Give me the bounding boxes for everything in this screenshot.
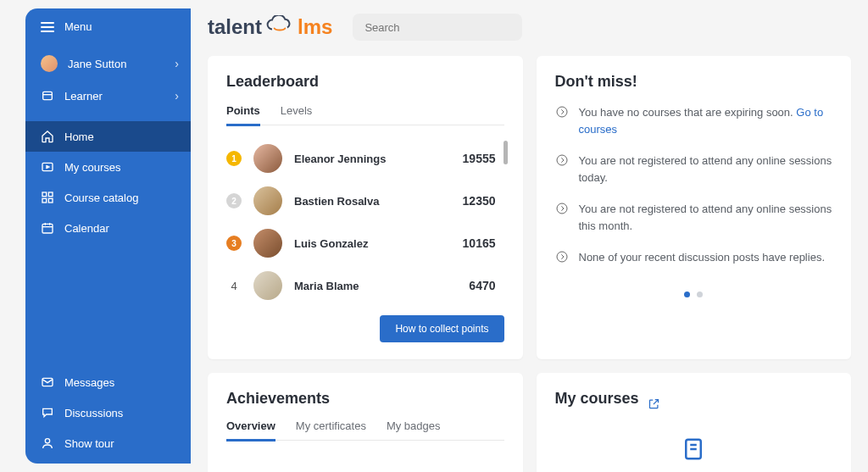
sidebar-item-label: Course catalog <box>64 192 138 204</box>
svg-line-20 <box>653 400 658 405</box>
svg-rect-5 <box>48 192 53 197</box>
sidebar-item-calendar[interactable]: Calendar <box>25 213 191 243</box>
scrollbar[interactable] <box>504 141 508 164</box>
sidebar-item-catalog[interactable]: Course catalog <box>25 182 191 213</box>
list-item: You are not registered to attend any onl… <box>555 153 833 186</box>
sidebar-item-messages[interactable]: Messages <box>25 367 191 397</box>
lb-score: 19555 <box>463 152 496 165</box>
dm-text: You have no courses that are expiring so… <box>579 104 833 137</box>
menu-toggle[interactable]: Menu <box>25 8 191 42</box>
leaderboard-tabs: Points Levels <box>226 104 504 125</box>
lb-score: 10165 <box>463 236 496 250</box>
tab-points[interactable]: Points <box>226 104 260 126</box>
list-item: You have no courses that are expiring so… <box>555 104 833 137</box>
sidebar-item-home[interactable]: Home <box>25 121 191 152</box>
sidebar-item-label: My courses <box>64 161 120 174</box>
dm-text-body: You have no courses that are expiring so… <box>579 106 797 119</box>
sidebar-role-label: Learner <box>64 90 103 103</box>
tab-badges[interactable]: My badges <box>387 419 441 440</box>
achievements-card: Achievements Overview My certificates My… <box>208 373 523 472</box>
rank-badge: 3 <box>226 236 242 251</box>
my-courses-card: My courses <box>537 373 852 472</box>
sidebar-item-showtour[interactable]: Show tour <box>25 428 191 458</box>
lb-score: 6470 <box>469 279 495 292</box>
sidebar-item-label: Home <box>64 130 94 143</box>
dm-text: You are not registered to attend any onl… <box>579 153 833 186</box>
arrow-circle-icon <box>555 250 569 264</box>
table-row: 4 Maria Blame 6470 <box>226 264 496 307</box>
cloud-icon <box>264 15 295 34</box>
svg-point-17 <box>557 155 567 165</box>
dont-miss-card: Don't miss! You have no courses that are… <box>537 56 852 359</box>
tab-overview[interactable]: Overview <box>226 419 275 441</box>
svg-point-16 <box>557 107 567 117</box>
chevron-right-icon: › <box>175 57 179 70</box>
document-icon <box>555 436 833 462</box>
sidebar-item-label: Messages <box>64 376 114 389</box>
list-item: You are not registered to attend any onl… <box>555 201 833 234</box>
sidebar-item-label: Show tour <box>64 437 114 450</box>
svg-rect-6 <box>42 198 47 203</box>
avatar-icon <box>253 144 282 173</box>
tab-levels[interactable]: Levels <box>281 104 313 125</box>
rank-number: 4 <box>226 280 242 292</box>
main: talent lms Leaderboard Points Levels 1 <box>191 0 868 472</box>
search-input[interactable] <box>364 21 507 34</box>
svg-rect-4 <box>42 192 47 197</box>
dot[interactable] <box>697 292 703 297</box>
sidebar-role[interactable]: Learner › <box>25 81 191 111</box>
play-icon <box>41 160 54 174</box>
arrow-circle-icon <box>555 153 569 167</box>
calendar-icon <box>41 221 54 235</box>
messages-icon <box>41 375 54 389</box>
achievements-title: Achievements <box>226 390 504 408</box>
table-row: 1 Eleanor Jennings 19555 <box>226 137 496 180</box>
topbar: talent lms <box>199 8 851 44</box>
external-link-icon[interactable] <box>648 397 660 414</box>
rank-badge: 2 <box>226 193 242 208</box>
catalog-icon <box>41 191 54 204</box>
leaderboard-list: 1 Eleanor Jennings 19555 2 Bastien Rosal… <box>226 137 504 307</box>
svg-rect-0 <box>43 92 53 99</box>
tab-certificates[interactable]: My certificates <box>296 419 366 440</box>
table-row: 3 Luis Gonzalez 10165 <box>226 222 496 264</box>
menu-label: Menu <box>64 20 92 33</box>
svg-point-18 <box>557 203 567 214</box>
sidebar-item-label: Discussions <box>64 407 123 419</box>
sidebar-user[interactable]: Jane Sutton › <box>25 47 191 81</box>
dm-text: You are not registered to attend any onl… <box>579 201 833 234</box>
svg-marker-3 <box>47 165 50 169</box>
arrow-circle-icon <box>555 202 569 215</box>
sidebar: Menu Jane Sutton › Learner › Home My co <box>25 8 191 464</box>
leaderboard-title: Leaderboard <box>226 73 504 91</box>
lb-name: Luis Gonzalez <box>294 237 451 250</box>
dm-text: None of your recent discussion posts hav… <box>579 249 826 266</box>
leaderboard-card: Leaderboard Points Levels 1 Eleanor Jenn… <box>208 56 523 359</box>
arrow-circle-icon <box>555 105 569 119</box>
achievements-tabs: Overview My certificates My badges <box>226 419 504 441</box>
lb-name: Bastien Rosalva <box>294 195 451 208</box>
lb-name: Eleanor Jennings <box>294 153 451 165</box>
search-box[interactable] <box>353 14 522 41</box>
rank-badge: 1 <box>226 151 242 166</box>
avatar-icon <box>253 186 282 215</box>
chevron-right-icon: › <box>175 89 179 103</box>
discussions-icon <box>41 406 54 419</box>
dont-miss-title: Don't miss! <box>555 73 833 91</box>
list-item: None of your recent discussion posts hav… <box>555 249 833 266</box>
logo: talent lms <box>208 15 332 39</box>
learner-icon <box>41 89 54 103</box>
logo-text-right: lms <box>298 15 332 39</box>
hamburger-icon <box>41 22 54 32</box>
lb-name: Maria Blame <box>294 280 457 292</box>
svg-rect-8 <box>42 224 53 233</box>
logo-text-left: talent <box>208 15 262 39</box>
dot[interactable] <box>684 292 690 297</box>
sidebar-item-mycourses[interactable]: My courses <box>25 152 191 182</box>
sidebar-item-discussions[interactable]: Discussions <box>25 397 191 428</box>
carousel-dots <box>555 292 833 297</box>
collect-points-button[interactable]: How to collect points <box>380 315 504 342</box>
sidebar-user-name: Jane Sutton <box>68 58 126 70</box>
svg-rect-7 <box>48 198 53 203</box>
svg-point-19 <box>557 252 567 262</box>
